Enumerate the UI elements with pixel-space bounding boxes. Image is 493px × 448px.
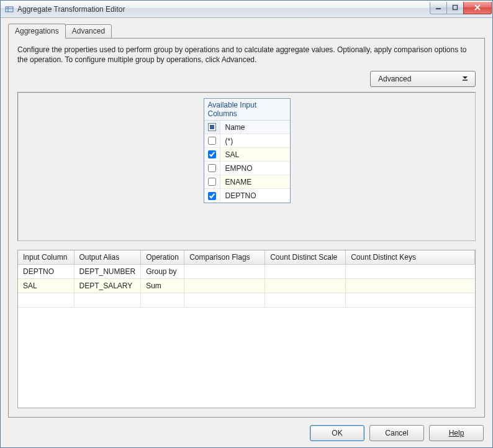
tab-strip: Aggregations Advanced	[8, 24, 485, 38]
column-row[interactable]: (*)	[204, 134, 290, 148]
cell-keys[interactable]	[346, 279, 475, 293]
svg-rect-4	[453, 6, 458, 10]
columns-header-row: Name	[204, 121, 290, 134]
column-name: SAL	[220, 150, 240, 159]
grid-header-input[interactable]: Input Column	[18, 250, 74, 265]
tab-advanced[interactable]: Advanced	[65, 24, 112, 39]
column-name: EMPNO	[220, 164, 253, 173]
cell-scale[interactable]	[265, 265, 346, 279]
column-checkbox-cell[interactable]	[204, 134, 220, 147]
column-checkbox-cell[interactable]	[204, 189, 220, 203]
grid-header-keys[interactable]: Count Distinct Keys	[346, 250, 475, 265]
column-checkbox[interactable]	[208, 178, 216, 186]
columns-name-header: Name	[220, 123, 245, 132]
table-row-empty[interactable]	[18, 293, 475, 308]
ok-button[interactable]: OK	[310, 425, 364, 441]
column-checkbox-cell[interactable]	[204, 148, 220, 161]
column-checkbox-cell[interactable]	[204, 175, 220, 188]
cell-scale[interactable]	[265, 279, 346, 293]
svg-marker-7	[463, 76, 468, 79]
cell-empty[interactable]	[265, 293, 346, 308]
svg-rect-0	[6, 7, 13, 12]
description-text: Configure the properties used to perform…	[17, 45, 476, 65]
cell-empty[interactable]	[74, 293, 141, 308]
cell-empty[interactable]	[18, 293, 74, 308]
grid-header-flags[interactable]: Comparison Flags	[184, 250, 265, 265]
maximize-button[interactable]	[446, 2, 464, 14]
columns-groupbox: Available Input Columns Name (*)SALEMPNO…	[17, 92, 476, 241]
column-row[interactable]: SAL	[204, 148, 290, 162]
minimize-button[interactable]	[430, 2, 447, 14]
table-row[interactable]: DEPTNODEPT_NUMBERGroup by	[18, 265, 475, 279]
cancel-button[interactable]: Cancel	[369, 425, 424, 441]
grid-header-operation[interactable]: Operation	[141, 250, 184, 265]
available-columns-title: Available Input Columns	[204, 99, 290, 121]
cell-keys[interactable]	[346, 265, 475, 279]
column-checkbox[interactable]	[208, 192, 216, 200]
cell-flags[interactable]	[184, 279, 265, 293]
cell-flags[interactable]	[184, 265, 265, 279]
cell-operation[interactable]: Sum	[141, 279, 184, 293]
grid-header-scale[interactable]: Count Distinct Scale	[265, 250, 346, 265]
cell-input[interactable]: DEPTNO	[18, 265, 74, 279]
column-name: (*)	[220, 137, 233, 145]
column-checkbox[interactable]	[208, 164, 216, 172]
aggregations-grid[interactable]: Input Column Output Alias Operation Comp…	[17, 250, 476, 408]
table-row[interactable]: SALDEPT_SALARYSum	[18, 279, 475, 293]
column-row[interactable]: DEPTNO	[204, 189, 290, 203]
cell-alias[interactable]: DEPT_SALARY	[74, 279, 141, 293]
window-frame: Aggregate Transformation Editor Aggregat…	[0, 0, 493, 448]
chevron-down-icon	[461, 75, 469, 83]
title-bar[interactable]: Aggregate Transformation Editor	[1, 1, 492, 18]
client-area: Aggregations Advanced Configure the prop…	[1, 18, 492, 447]
dialog-button-bar: OK Cancel Help	[8, 418, 485, 441]
window-title: Aggregate Transformation Editor	[17, 5, 430, 14]
advanced-toggle-label: Advanced	[378, 75, 411, 83]
app-icon	[4, 4, 14, 14]
column-row[interactable]: ENAME	[204, 175, 290, 189]
window-controls	[430, 2, 492, 14]
column-name: ENAME	[220, 178, 252, 186]
advanced-toggle-button[interactable]: Advanced	[370, 71, 476, 87]
select-all-checkbox[interactable]	[204, 121, 220, 134]
cell-empty[interactable]	[184, 293, 265, 308]
column-checkbox[interactable]	[208, 150, 216, 158]
cell-input[interactable]: SAL	[18, 279, 74, 293]
tab-panel-aggregations: Configure the properties used to perform…	[8, 38, 485, 418]
cell-alias[interactable]: DEPT_NUMBER	[74, 265, 141, 279]
help-button[interactable]: Help	[429, 425, 484, 441]
column-checkbox[interactable]	[208, 137, 216, 145]
tab-aggregations[interactable]: Aggregations	[8, 24, 66, 39]
close-button[interactable]	[463, 2, 492, 14]
column-name: DEPTNO	[220, 191, 256, 200]
cell-operation[interactable]: Group by	[141, 265, 184, 279]
grid-header-alias[interactable]: Output Alias	[74, 250, 141, 265]
column-row[interactable]: EMPNO	[204, 162, 290, 175]
column-checkbox-cell[interactable]	[204, 162, 220, 175]
available-columns-list: Available Input Columns Name (*)SALEMPNO…	[204, 98, 291, 203]
cell-empty[interactable]	[141, 293, 184, 308]
cell-empty[interactable]	[346, 293, 475, 308]
